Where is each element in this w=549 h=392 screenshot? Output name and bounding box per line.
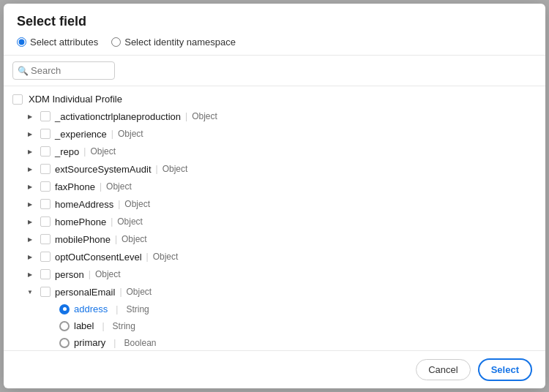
item-name-activation: _activationctrlplaneproduction <box>55 111 181 122</box>
checkbox-faxphone[interactable] <box>40 181 51 192</box>
child-name-label: label <box>74 320 94 331</box>
item-type-personalemail: Object <box>127 287 152 297</box>
modal-footer: Cancel Select <box>4 350 545 388</box>
search-bar: 🔍 <box>4 56 545 86</box>
checkbox-personalemail[interactable] <box>40 287 51 297</box>
checkbox-repo[interactable] <box>40 146 51 157</box>
child-type-address: String <box>126 304 149 314</box>
item-type-activation: Object <box>192 111 217 121</box>
item-type-optout: Object <box>153 252 179 262</box>
item-name-repo: _repo <box>55 146 79 157</box>
modal-overlay: Select field Select attributes Select id… <box>0 0 549 392</box>
child-row-address[interactable]: address | String <box>4 301 545 317</box>
select-field-modal: Select field Select attributes Select id… <box>4 4 545 388</box>
child-type-primary: Boolean <box>124 338 156 348</box>
tree-item-faxphone[interactable]: faxPhone | Object <box>4 178 545 195</box>
radio-identity-label: Select identity namespace <box>124 37 236 48</box>
tree-item-optout[interactable]: optOutConsentLevel | Object <box>4 248 545 265</box>
checkbox-mobilephone[interactable] <box>40 234 51 244</box>
expand-homephone[interactable] <box>24 216 36 227</box>
item-name-faxphone: faxPhone <box>55 181 95 192</box>
expand-homeaddress[interactable] <box>24 198 36 210</box>
checkbox-activation[interactable] <box>40 111 51 121</box>
expand-activation[interactable] <box>24 110 36 122</box>
tree-item-experience[interactable]: _experience | Object <box>4 125 545 143</box>
item-type-faxphone: Object <box>106 181 132 192</box>
tree-area[interactable]: XDM Individual Profile _activationctrlpl… <box>4 86 545 350</box>
radio-primary[interactable] <box>59 338 70 348</box>
item-type-extsource: Object <box>163 164 188 174</box>
child-name-address: address <box>74 304 108 314</box>
tree-item-homeaddress[interactable]: homeAddress | Object <box>4 195 545 213</box>
item-name-extsource: extSourceSystemAudit <box>55 164 152 175</box>
item-name-experience: _experience <box>55 129 107 140</box>
checkbox-homephone[interactable] <box>40 216 51 227</box>
item-type-repo: Object <box>90 146 116 157</box>
tree-item-homephone[interactable]: homePhone | Object <box>4 213 545 230</box>
checkbox-person[interactable] <box>40 269 51 279</box>
radio-select-identity[interactable]: Select identity namespace <box>111 37 236 48</box>
expand-experience[interactable] <box>24 128 36 140</box>
expand-repo[interactable] <box>24 146 36 157</box>
tree-item-activation[interactable]: _activationctrlplaneproduction | Object <box>4 108 545 125</box>
radio-address[interactable] <box>59 304 70 314</box>
item-name-homephone: homePhone <box>55 216 106 227</box>
item-name-mobilephone: mobilePhone <box>55 234 111 245</box>
tree-item-repo[interactable]: _repo | Object <box>4 143 545 160</box>
expand-faxphone[interactable] <box>24 181 36 192</box>
tree-item-mobilephone[interactable]: mobilePhone | Object <box>4 230 545 248</box>
radio-label[interactable] <box>59 321 70 331</box>
item-name-personalemail: personalEmail <box>55 287 115 298</box>
child-type-label: String <box>113 321 135 331</box>
tree-root-row: XDM Individual Profile <box>4 91 545 108</box>
expand-extsource[interactable] <box>24 163 36 175</box>
item-name-optout: optOutConsentLevel <box>55 252 142 263</box>
checkbox-homeaddress[interactable] <box>40 199 51 209</box>
root-checkbox[interactable] <box>12 94 23 105</box>
expand-mobilephone[interactable] <box>24 233 36 245</box>
item-name-homeaddress: homeAddress <box>55 199 113 210</box>
item-type-homephone: Object <box>117 216 143 227</box>
modal-header: Select field Select attributes Select id… <box>4 4 545 56</box>
item-type-mobilephone: Object <box>122 234 147 244</box>
tree-item-person[interactable]: person | Object <box>4 265 545 283</box>
checkbox-extsource[interactable] <box>40 164 51 174</box>
checkbox-experience[interactable] <box>40 129 51 139</box>
expand-personalemail[interactable] <box>24 286 36 298</box>
root-label: XDM Individual Profile <box>29 94 122 105</box>
item-type-person: Object <box>95 269 121 279</box>
item-type-experience: Object <box>118 129 143 139</box>
child-row-primary[interactable]: primary | Boolean <box>4 334 545 350</box>
cancel-button[interactable]: Cancel <box>416 359 470 380</box>
select-button[interactable]: Select <box>478 358 532 381</box>
expand-optout[interactable] <box>24 251 36 263</box>
child-name-primary: primary <box>74 337 105 348</box>
expand-person[interactable] <box>24 268 36 280</box>
search-wrap: 🔍 <box>12 61 115 80</box>
item-type-homeaddress: Object <box>124 199 150 209</box>
search-input[interactable] <box>12 61 115 80</box>
item-name-person: person <box>55 269 84 280</box>
radio-group: Select attributes Select identity namesp… <box>17 37 532 55</box>
radio-attributes-label: Select attributes <box>30 37 98 48</box>
radio-select-attributes[interactable]: Select attributes <box>17 37 98 48</box>
tree-item-personalemail[interactable]: personalEmail | Object <box>4 283 545 301</box>
checkbox-optout[interactable] <box>40 252 51 262</box>
modal-title: Select field <box>17 14 532 29</box>
tree-item-extsource[interactable]: extSourceSystemAudit | Object <box>4 160 545 178</box>
child-row-label[interactable]: label | String <box>4 317 545 334</box>
